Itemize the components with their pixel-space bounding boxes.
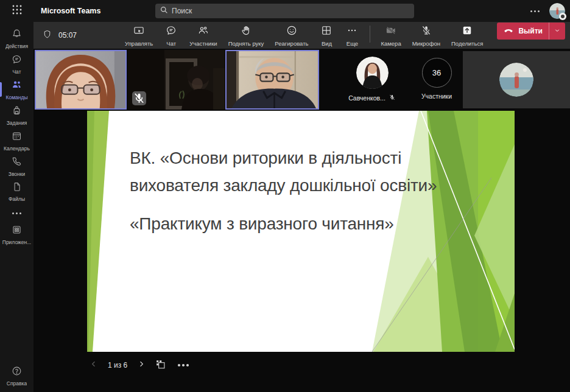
top-bar: Microsoft Teams [0,0,570,22]
mic-off-small-icon [389,93,396,103]
button-label: Камера [381,40,401,47]
button-label: Участники [189,40,217,47]
raise-hand-button[interactable]: Поднять руку [223,23,270,48]
sidebar-item-label: Действия [5,43,28,49]
button-label: Поднять руку [228,40,264,47]
share-button[interactable]: Поделиться [446,23,488,48]
left-rail: Действия Чат Команды [0,22,33,392]
app-title: Microsoft Teams [41,7,100,15]
sidebar-item-label: Команды [5,94,27,100]
self-avatar [499,63,533,97]
backpack-icon [11,105,23,119]
leave-options-button[interactable] [549,26,565,37]
toolbar-buttons: Управлять Чат [119,23,565,48]
file-icon [12,181,23,195]
search-box[interactable] [155,4,414,18]
view-button[interactable]: Вид [314,23,339,48]
sidebar-item-label: Календарь [4,145,30,152]
button-label: Микрофон [412,40,440,47]
sidebar-item-activity[interactable]: Действия [0,26,33,51]
leave-button[interactable]: Выйти [497,23,565,40]
manage-button[interactable]: Управлять [119,23,158,48]
self-view-tile[interactable] [463,51,570,108]
chevron-right-icon [137,360,146,371]
ellipsis-icon [346,24,358,39]
chat-button[interactable]: Чат [158,23,184,48]
search-input[interactable] [172,7,409,15]
sidebar-item-label: Справка [7,380,27,387]
sidebar-item-apps[interactable]: Приложен... [0,222,33,247]
chat-bubble-icon [165,24,177,39]
sidebar-item-chat[interactable]: Чат [0,51,33,77]
participants-count: 36 [432,68,441,77]
button-label: Вид [322,40,332,47]
topbar-right [528,0,565,22]
next-slide-button[interactable] [137,360,146,371]
participants-count-label: Участники [421,93,452,100]
camera-off-icon [385,24,397,39]
sidebar-item-label: Приложен... [2,239,31,245]
video-tile-3[interactable] [225,50,319,110]
sidebar-item-label: Чат [12,69,21,75]
button-label: Управлять [125,40,153,47]
sidebar-item-calls[interactable]: Звонки [0,153,33,179]
ellipsis-icon [10,210,24,217]
waffle-icon [12,5,22,17]
participant-name: Савченков... [348,94,385,102]
sidebar-item-label: Задания [7,120,27,126]
meeting-timer: 05:07 [42,29,77,42]
status-badge-icon [559,13,566,20]
user-avatar[interactable] [549,3,565,19]
hangup-icon [503,24,514,38]
sidebar-item-files[interactable]: Файлы [0,179,33,205]
app-launcher-button[interactable] [0,0,33,22]
video-tile-1[interactable] [35,50,127,110]
teams-people-icon [11,79,23,93]
slide-title-line-1: ВК. «Основи риторики в діяльності вихова… [130,145,452,200]
previous-slide-button[interactable] [90,360,98,371]
sidebar-item-help[interactable]: Справка [0,363,33,388]
meeting-stage: Савченков... 36 Участники [33,49,570,392]
participants-count-tile[interactable]: 36 Участники [406,50,467,110]
participant-avatar-tile[interactable]: Савченков... [338,50,406,110]
button-label: Поделиться [451,40,483,47]
microphone-button[interactable]: Микрофон [407,23,446,48]
slide-title-block: ВК. «Основи риторики в діяльності вихова… [130,145,452,237]
topbar-more-button[interactable] [528,8,542,15]
slide-grid-button[interactable] [155,359,166,372]
muted-mic-badge [132,91,146,105]
participant-video-3 [227,51,318,108]
people-icon [197,24,209,39]
phone-icon [11,156,23,170]
grid-view-icon [320,24,332,39]
participant-video-1 [36,51,125,108]
sidebar-item-calendar[interactable]: Календарь [0,128,33,153]
participants-button[interactable]: Участники [184,23,222,48]
sidebar-more-button[interactable] [0,205,33,222]
participant-name-row: Савченков... [348,93,396,103]
sidebar-item-teams[interactable]: Команды [0,77,33,102]
slide-more-options-button[interactable] [175,362,191,369]
slide-grid-icon [155,359,166,372]
toolbar-divider [370,26,370,43]
chevron-down-icon [554,26,561,37]
slide-title-line-2: «Практикум з виразного читання» [130,211,452,238]
raise-hand-icon [240,24,252,39]
button-label: Чат [166,40,176,47]
slide-navigation: 1 из 6 [90,357,191,373]
more-actions-button[interactable]: Еще [339,23,365,48]
participants-count-circle: 36 [422,58,452,88]
sidebar-item-assignments[interactable]: Задания [0,102,33,128]
search-icon [160,5,168,16]
shield-icon [42,29,52,42]
timer-text: 05:07 [58,31,77,40]
leave-main[interactable]: Выйти [497,24,549,38]
chevron-left-icon [90,360,98,371]
video-tile-2[interactable] [128,50,225,110]
apps-grid-icon [11,224,23,238]
camera-button[interactable]: Камера [375,23,406,48]
sidebar-item-label: Звонки [9,171,25,177]
react-button[interactable]: Реагировать [269,23,314,48]
calendar-icon [11,130,23,144]
shared-slide: ВК. «Основи риторики в діяльності вихова… [87,111,515,352]
